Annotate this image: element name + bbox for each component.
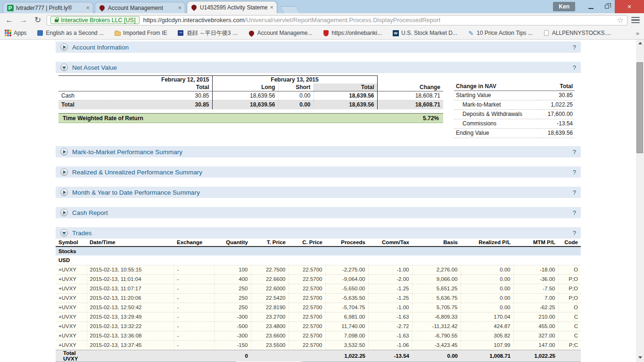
restore-button[interactable] [599, 0, 615, 13]
trade-cell: 455.00 [513, 321, 558, 331]
expand-button[interactable] [60, 168, 68, 176]
bookmark-item-7[interactable]: WU.S. Stock Market D... [392, 30, 457, 36]
new-tab-button[interactable] [280, 6, 300, 13]
minimize-button[interactable] [583, 0, 599, 13]
change-in-nav-row: Starting Value30.85 [454, 90, 575, 100]
collapse-button[interactable] [60, 64, 68, 71]
section-realized-unrealized[interactable]: Realized & Unrealized Performance Summar… [56, 166, 581, 178]
bookmark-item-5[interactable]: Account Manageme... [248, 30, 313, 36]
section-title: Month & Year to Date Performance Summary [72, 189, 200, 196]
nav-row-cash: Cash30.8518,639.560.0018,639.5618,608.71 [58, 91, 443, 100]
browser-tab-3[interactable]: U1452595 Activity Stateme× [187, 1, 277, 13]
bookmark-item-8[interactable]: ✎10 Price Action Tips ... [468, 30, 533, 36]
forward-button[interactable]: → [18, 16, 29, 24]
help-link[interactable]: ? [573, 189, 576, 196]
trade-cell: 22.5700 [289, 265, 325, 274]
trade-cell: 2,276.00 [412, 265, 461, 274]
expand-button[interactable] [60, 209, 68, 216]
asset-class-label: Stocks [56, 247, 581, 255]
trades-column-header: C. Price [289, 239, 325, 247]
trade-cell: -5,635.50 [325, 293, 368, 303]
reload-button[interactable]: ↻ [33, 16, 43, 24]
change-in-nav-header-row: Change in NAVTotal [454, 82, 575, 90]
tab-close-icon[interactable]: × [178, 4, 182, 11]
nav-cell: 18,608.71 [377, 100, 443, 109]
trade-cell: 0.00 [461, 265, 513, 274]
section-mark-to-market[interactable]: Mark-to-Market Performance Summary ? [56, 146, 581, 157]
section-account-information[interactable]: Account Information ? [56, 41, 581, 53]
change-in-nav-value: 17,600.00 [538, 109, 575, 119]
section-net-asset-value[interactable]: Net Asset Value ? [56, 62, 581, 73]
back-button[interactable]: ← [4, 16, 15, 24]
chrome-menu-button[interactable] [631, 17, 640, 24]
bookmark-item-9[interactable]: ALLPENNYSTOCKS.... [543, 30, 611, 36]
expand-button[interactable] [60, 43, 68, 51]
tab-close-icon[interactable]: × [86, 4, 90, 11]
trades-column-header: Quantity [214, 239, 251, 247]
browser-tab-2[interactable]: Account Management× [95, 2, 185, 13]
bookmark-label: U.S. Stock Market D... [401, 30, 457, 36]
ev-security-badge[interactable]: Interactive Brokers LLC [US] [50, 16, 140, 24]
nav-cell: 18,639.56 [314, 100, 377, 109]
scrollbar-thumb[interactable] [636, 62, 643, 153]
nav-row-label: Cash [58, 91, 106, 100]
trade-cell: -1.25 [368, 284, 412, 293]
section-cash-report[interactable]: Cash Report ? [56, 207, 581, 218]
trade-cell: 22.5700 [289, 321, 325, 331]
trade-cell: 22.8190 [251, 303, 289, 312]
scroll-up-button[interactable] [636, 40, 644, 47]
help-link[interactable]: ? [573, 230, 576, 237]
trade-row: +UVXY2015-02-13, 13:36:08--30023.660022.… [56, 331, 581, 340]
chrome-profile-button[interactable]: Ken [553, 2, 575, 11]
help-link[interactable]: ? [573, 44, 576, 51]
bookmarks-bar: AppsEnglish as a Second ...Imported From… [0, 27, 644, 40]
trades-total-cell: Total UVXY [56, 350, 87, 362]
bookmark-star-icon[interactable]: ☆ [617, 16, 624, 25]
bookmark-item-2[interactable]: English as a Second ... [37, 30, 104, 36]
trade-cell: -7.50 [513, 284, 558, 293]
trade-cell: 5,651.25 [412, 284, 461, 293]
url-text: https://gdcdyn.interactivebrokers.com/Un… [143, 16, 440, 24]
tab-strip: Plvtrader777 | Profit.ly®×Account Manage… [3, 1, 298, 13]
bookmark-item-6[interactable]: https://onlinebanki... [323, 30, 382, 36]
expanded-arrow-icon [62, 232, 66, 235]
trades-total-cell [87, 350, 174, 362]
trade-row: +UVXY2015-02-13, 13:37:45--15023.550022.… [56, 340, 581, 350]
bookmark-item-3[interactable]: Imported From IE [114, 30, 167, 36]
tab-title: U1452595 Activity Stateme [200, 4, 267, 11]
address-bar[interactable]: Interactive Brokers LLC [US] https://gdc… [47, 15, 627, 25]
profitly-icon: P [7, 4, 14, 11]
close-window-button[interactable]: × [615, 0, 644, 13]
change-in-nav-row: Mark-to-Market1,022.25 [454, 100, 575, 109]
collapse-button[interactable] [60, 229, 68, 237]
trade-cell: P;O [558, 293, 581, 303]
section-month-year-to-date[interactable]: Month & Year to Date Performance Summary… [56, 187, 581, 198]
nav-cell: 30.85 [106, 91, 212, 100]
bookmarks-overflow-button[interactable]: » [636, 30, 639, 37]
scroll-down-button[interactable] [636, 354, 644, 361]
restore-icon [605, 5, 609, 8]
trade-row: +UVXY2015-02-13, 10:55:15-10022.750022.5… [56, 265, 581, 274]
ev-badge-label: Interactive Brokers LLC [US] [61, 17, 135, 24]
section-title: Cash Report [72, 209, 108, 216]
page-scrollbar[interactable] [636, 40, 644, 362]
section-trades[interactable]: Trades ? [56, 227, 581, 239]
change-in-nav-total-header: Total [538, 82, 575, 90]
nav-date-group-1: February 12, 2015 [58, 76, 212, 83]
help-link[interactable]: ? [573, 64, 576, 71]
tab-close-icon[interactable]: × [270, 4, 273, 11]
trade-cell: 2015-02-13, 11:07:17 [87, 284, 174, 293]
bookmark-item-1[interactable]: Apps [5, 30, 26, 36]
trades-table: SymbolDate/TimeExchangeQuantityT. PriceC… [56, 239, 581, 362]
expand-button[interactable] [60, 189, 68, 196]
bookmark-item-4[interactable]: 〜昼顔 ～平日午後3 … [177, 29, 238, 37]
url-path: /Universal/servlet/ReportManagement.Proc… [245, 16, 440, 24]
trade-cell: 170.04 [461, 312, 513, 321]
browser-tab-1[interactable]: Plvtrader777 | Profit.ly®× [3, 2, 93, 13]
help-link[interactable]: ? [573, 209, 576, 216]
help-link[interactable]: ? [573, 148, 576, 156]
expand-button[interactable] [60, 148, 68, 156]
blue-site-icon [37, 30, 43, 36]
help-link[interactable]: ? [573, 169, 576, 176]
trade-cell: +UVXY [56, 303, 87, 312]
